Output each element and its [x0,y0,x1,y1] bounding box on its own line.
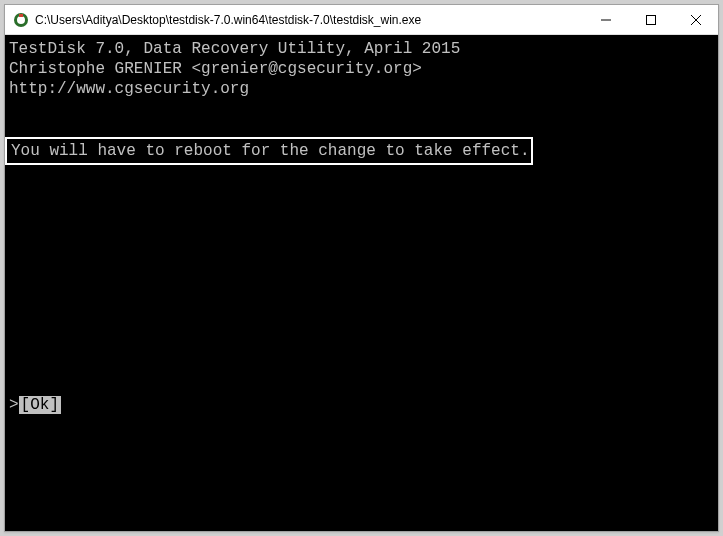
console-area: TestDisk 7.0, Data Recovery Utility, Apr… [5,35,718,531]
window-controls [583,5,718,34]
console-header-line1: TestDisk 7.0, Data Recovery Utility, Apr… [5,39,718,59]
minimize-button[interactable] [583,5,628,34]
svg-rect-2 [19,14,23,17]
reboot-message: You will have to reboot for the change t… [7,142,529,160]
titlebar[interactable]: C:\Users\Aditya\Desktop\testdisk-7.0.win… [5,5,718,35]
close-button[interactable] [673,5,718,34]
svg-rect-4 [646,15,655,24]
ok-prompt[interactable]: >[Ok] [5,395,718,415]
app-window: C:\Users\Aditya\Desktop\testdisk-7.0.win… [4,4,719,532]
console-header-line3: http://www.cgsecurity.org [5,79,718,99]
reboot-message-box: You will have to reboot for the change t… [5,137,533,165]
svg-point-1 [17,16,25,24]
console-header-line2: Christophe GRENIER <grenier@cgsecurity.o… [5,59,718,79]
app-icon [13,12,29,28]
window-title: C:\Users\Aditya\Desktop\testdisk-7.0.win… [35,13,583,27]
prompt-marker: > [9,396,19,414]
maximize-button[interactable] [628,5,673,34]
ok-button[interactable]: [Ok] [19,396,61,414]
